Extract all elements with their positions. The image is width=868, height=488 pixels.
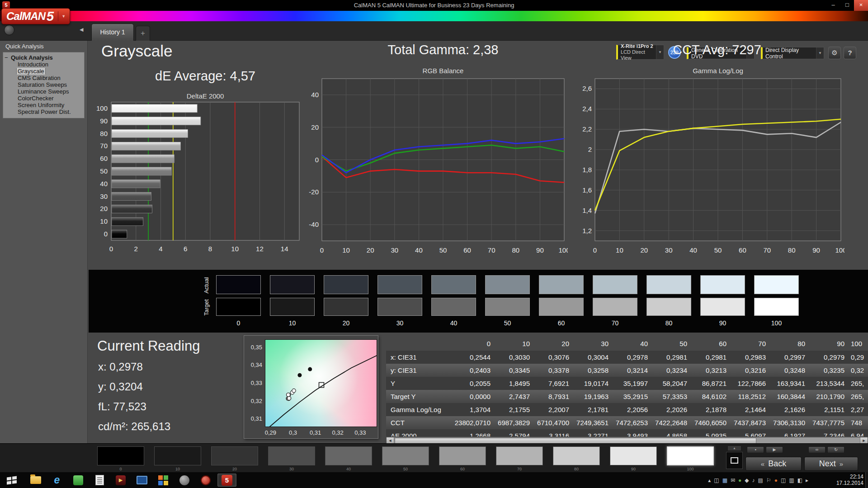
sidebar-item-cms-calibration[interactable]: CMS Calibration	[3, 75, 84, 81]
start-button[interactable]	[0, 472, 24, 488]
cie-y-tick-label: 0,31	[245, 415, 262, 422]
sidebar-item-saturation-sweeps[interactable]: Saturation Sweeps	[3, 81, 84, 88]
minimize-button[interactable]: –	[826, 0, 840, 11]
table-cell: 7,2346	[808, 429, 847, 436]
pattern-swatch-label: 40	[325, 467, 372, 471]
sidebar-item-grayscale[interactable]: Grayscale	[3, 68, 84, 75]
pattern-swatch-70[interactable]	[496, 446, 543, 465]
pattern-swatch-80[interactable]	[553, 446, 600, 465]
deltae-2000-chart: 024681012141009080706050403020100	[89, 100, 306, 256]
taskbar-notepad[interactable]	[90, 474, 109, 487]
target-swatch-10	[270, 298, 315, 316]
sidebar-collapse-icon[interactable]: ◀	[80, 27, 83, 33]
svg-text:60: 60	[100, 155, 108, 162]
sidebar-item-colorchecker[interactable]: ColorChecker	[3, 95, 84, 102]
sidebar-item-label: CMS Calibration	[17, 75, 61, 81]
table-cell: 6710,4700	[533, 416, 572, 429]
pattern-swatch-0[interactable]	[97, 446, 144, 465]
svg-text:80: 80	[512, 246, 519, 254]
tray-icon-4[interactable]: ✉	[731, 477, 735, 483]
svg-text:2: 2	[588, 145, 592, 153]
measurement-table: 0102030405060708090100x: CIE310,25440,30…	[386, 337, 868, 436]
pattern-swatch-label: 30	[268, 467, 315, 471]
table-cell: 118,2512	[729, 390, 769, 403]
tray-icon-2[interactable]: ◫	[714, 477, 719, 483]
pattern-swatch-30[interactable]	[268, 446, 315, 465]
refresh-button[interactable]: ↻	[827, 446, 844, 453]
pattern-swatch-40[interactable]	[325, 446, 372, 465]
back-button[interactable]: « Back	[745, 457, 802, 471]
sidebar-item-introduction[interactable]: Introduction	[3, 61, 84, 68]
sidebar-item-screen-uniformity[interactable]: Screen Uniformity	[3, 102, 84, 108]
tray-icon-14[interactable]: ▸	[806, 477, 808, 483]
taskbar-app-green[interactable]	[69, 474, 88, 487]
cie-x-tick-label: 0,29	[261, 429, 279, 436]
nav-back-button[interactable]	[4, 25, 14, 35]
next-button[interactable]: Next »	[804, 457, 858, 471]
taskbar-tiles-app[interactable]	[154, 474, 173, 487]
tray-icon-1[interactable]: ▴	[708, 477, 711, 483]
table-cell: 2,1151	[808, 403, 847, 416]
sidebar: Quick Analysis Quick AnalysisIntroductio…	[0, 41, 88, 443]
show-desktop-button[interactable]	[865, 472, 868, 488]
calman-logo-menu[interactable]: CalMAN 5 ▼	[1, 8, 70, 24]
taskbar-internet-explorer[interactable]: e	[47, 474, 66, 487]
pattern-swatch-60[interactable]	[439, 446, 486, 465]
close-button[interactable]: ×	[854, 0, 868, 11]
table-cell: 0,3214	[611, 364, 651, 377]
app-green-icon	[73, 475, 83, 485]
tray-icon-10[interactable]: ●	[774, 477, 778, 483]
add-tab-button[interactable]: +	[136, 26, 150, 41]
sidebar-item-luminance-sweeps[interactable]: Luminance Sweeps	[3, 88, 84, 95]
maximize-button[interactable]: □	[840, 0, 854, 11]
pattern-swatch-50[interactable]	[382, 446, 429, 465]
scroll-up-button[interactable]: ▲	[727, 446, 741, 451]
target-swatch-30	[377, 298, 422, 316]
svg-text:1,2: 1,2	[582, 227, 592, 235]
taskbar-app-red[interactable]	[196, 474, 215, 487]
tab-history-1[interactable]: History 1	[91, 23, 134, 41]
svg-text:0: 0	[593, 246, 597, 254]
sidebar-item-spectral-power-dist[interactable]: Spectral Power Dist.	[3, 108, 84, 115]
taskbar-clock[interactable]: 22:14 17.12.2014	[825, 474, 863, 486]
tray-icon-9[interactable]: ⚐	[766, 477, 771, 483]
pattern-swatch-label: 50	[382, 467, 429, 471]
help-icon[interactable]: ?	[844, 47, 856, 59]
tray-icon-13[interactable]: ◧	[797, 477, 802, 483]
taskbar-powerdvd[interactable]: ▶	[111, 474, 130, 487]
table-cell: 0,3235	[808, 364, 847, 377]
tray-icon-11[interactable]: ◫	[781, 477, 786, 483]
svg-text:60: 60	[463, 246, 471, 254]
stop-button[interactable]: ▪	[747, 446, 764, 453]
table-cell: 6987,3829	[493, 416, 533, 429]
sidebar-item-quick-analysis[interactable]: Quick Analysis	[3, 54, 84, 61]
play-button[interactable]: ▶	[766, 446, 783, 453]
taskbar-app-gray[interactable]	[175, 474, 194, 487]
taskbar-display-app[interactable]	[132, 474, 151, 487]
continuous-measure-button[interactable]: ∞	[808, 446, 826, 453]
de-average-heading: dE Average: 4,57	[111, 69, 299, 84]
table-cell: 0,29	[847, 351, 868, 364]
tray-icon-5[interactable]: ●	[738, 477, 741, 483]
pattern-window-icon	[731, 457, 738, 464]
pattern-swatch-90[interactable]	[610, 446, 657, 465]
tray-icon-3[interactable]: ▦	[722, 477, 727, 483]
pattern-window-button[interactable]	[726, 452, 743, 469]
pattern-swatch-10[interactable]	[154, 446, 201, 465]
tray-icon-12[interactable]: ▥	[789, 477, 794, 483]
tray-icon-6[interactable]: ◆	[745, 477, 749, 483]
pattern-swatch-20[interactable]	[211, 446, 258, 465]
pattern-swatch-label: 80	[553, 467, 600, 471]
target-swatch-60	[539, 298, 584, 316]
taskbar-calman-5[interactable]: 5	[217, 474, 236, 487]
svg-text:20: 20	[367, 246, 374, 254]
internet-explorer-icon: e	[54, 475, 60, 485]
svg-text:-40: -40	[309, 221, 319, 228]
taskbar-file-explorer[interactable]	[26, 474, 45, 487]
pattern-swatch-100[interactable]	[667, 446, 714, 465]
table-column-header: 50	[651, 337, 690, 351]
tray-icon-7[interactable]: ♪	[752, 477, 755, 483]
spectrum-banner	[0, 11, 868, 21]
table-cell: 2,5794	[493, 429, 533, 436]
tray-icon-8[interactable]: ▤	[758, 477, 763, 483]
